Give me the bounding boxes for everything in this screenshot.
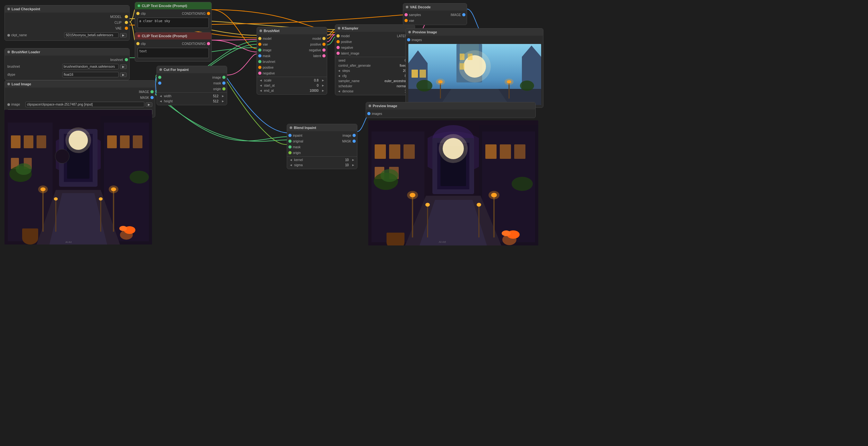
bn-model-in-port[interactable] <box>258 37 261 40</box>
ks-model-in-port[interactable] <box>337 34 340 37</box>
bn-positive-out-port[interactable] <box>322 43 326 46</box>
clip-encode-1-cond-port[interactable] <box>207 12 210 15</box>
node-cut-inpaint: Cut For Inpaint image mask <box>157 66 227 105</box>
clip-encode-2-header: CLIP Text Encode (Prompt) <box>135 32 211 39</box>
bn-image-in-port[interactable] <box>258 49 261 52</box>
ks-cfg-row: ◀ cfg 8 ▶ <box>335 73 415 78</box>
svg-point-92 <box>489 191 499 199</box>
bi-image-out-port[interactable] <box>352 134 356 137</box>
pb-images-in-port[interactable] <box>367 112 371 115</box>
vd-samples-in-label: samples <box>409 13 421 17</box>
bn-latent-out-port[interactable] <box>322 54 326 57</box>
scale-left-arrow[interactable]: ◀ <box>259 78 263 82</box>
bn-vae-in-port[interactable] <box>258 43 261 46</box>
ks-denoise-value: 1 <box>374 90 408 93</box>
svg-rect-76 <box>389 144 400 159</box>
width-value: 512 <box>191 94 220 98</box>
svg-point-22 <box>38 185 48 193</box>
ks-seed-label: seed <box>337 59 371 62</box>
bi-inpaint-in-port[interactable] <box>288 134 291 137</box>
bn-negative-in-port[interactable] <box>258 71 261 75</box>
bi-origin-in-port[interactable] <box>288 151 291 154</box>
dtype-field-input[interactable] <box>62 72 119 77</box>
vd-image-out-label: IMAGE <box>451 13 461 17</box>
scale-label: scale <box>264 79 290 82</box>
ci-mask-in-port[interactable] <box>158 82 161 85</box>
image-browse-btn[interactable]: ▶ <box>146 102 152 107</box>
svg-rect-75 <box>375 144 386 159</box>
width-right-arrow[interactable]: ▶ <box>221 94 225 98</box>
image-file-port[interactable] <box>7 103 10 106</box>
start-left-arrow[interactable]: ◀ <box>259 83 263 87</box>
bi-mask-out-port[interactable] <box>352 140 356 143</box>
bi-mask-in-port[interactable] <box>288 145 291 149</box>
kernel-left-arrow[interactable]: ◀ <box>289 158 293 162</box>
brushnet-field-input[interactable] <box>62 64 119 69</box>
bn-mask-in-label: mask <box>263 54 271 58</box>
clip-encode-2-cond-port[interactable] <box>207 42 210 45</box>
dtype-browse-btn[interactable]: ▶ <box>120 72 127 77</box>
ks-positive-in-port[interactable] <box>337 40 340 43</box>
sigma-right-arrow[interactable]: ▶ <box>351 163 355 167</box>
clip-encode-1-clip-port[interactable] <box>136 12 140 15</box>
ks-steps-left-arrow[interactable]: ◀ <box>337 69 341 72</box>
height-right-arrow[interactable]: ▶ <box>221 99 225 103</box>
fantasy-top-svg <box>408 44 541 105</box>
ks-negative-in-port[interactable] <box>337 46 340 49</box>
model-output-port[interactable] <box>125 15 128 18</box>
bn-positive-in-port[interactable] <box>258 66 261 69</box>
ks-denoise-left-arrow[interactable]: ◀ <box>337 89 341 93</box>
scale-right-arrow[interactable]: ▶ <box>321 78 325 82</box>
ckpt-browse-btn[interactable]: ▶ <box>120 33 127 37</box>
vd-vae-in-port[interactable] <box>404 19 408 22</box>
ks-latent-in-port[interactable] <box>337 52 340 55</box>
clip-encode-1-body: clip CONDITIONING a clear blue sky <box>135 9 211 31</box>
bn-mask-in-port[interactable] <box>258 54 261 57</box>
width-left-arrow[interactable]: ◀ <box>159 94 163 98</box>
bn-model-out-port[interactable] <box>322 37 326 40</box>
clip-encode-2-title: CLIP Text Encode (Prompt) <box>142 34 187 38</box>
ckpt-value-input[interactable] <box>64 32 119 38</box>
vae-output-label: VAE <box>114 27 124 30</box>
vae-output-port[interactable] <box>125 27 128 30</box>
ksampler-title: KSampler <box>342 26 358 30</box>
end-right-arrow[interactable]: ▶ <box>321 89 325 92</box>
ci-image-in-port[interactable] <box>158 76 161 79</box>
end-left-arrow[interactable]: ◀ <box>259 89 263 92</box>
node-brushnet-loader: BrushNet Loader brushnet brushnet ▶ dtyp… <box>4 48 130 80</box>
bn-negative-out-port[interactable] <box>322 49 326 52</box>
image-output-port[interactable] <box>150 90 154 93</box>
sigma-left-arrow[interactable]: ◀ <box>289 163 293 167</box>
height-left-arrow[interactable]: ◀ <box>159 99 163 103</box>
vd-samples-in-port[interactable] <box>404 13 408 17</box>
svg-rect-55 <box>411 70 418 78</box>
ks-sampler-row: sampler_name euler_ancestral ▶ <box>335 78 415 83</box>
bn-brushnet-in-port[interactable] <box>258 60 261 63</box>
image-path-input[interactable] <box>25 102 144 107</box>
mask-output-port[interactable] <box>150 96 154 99</box>
svg-point-32 <box>55 149 69 163</box>
ckpt-port[interactable] <box>7 34 10 37</box>
ci-image-out-port[interactable] <box>222 76 225 79</box>
svg-rect-54 <box>460 63 464 70</box>
svg-point-106 <box>512 177 533 191</box>
clip-encode-2-text[interactable]: text <box>137 48 209 58</box>
clip-encode-1-text[interactable]: a clear blue sky <box>137 18 209 28</box>
ci-mask-out-port[interactable] <box>222 82 225 85</box>
start-right-arrow[interactable]: ▶ <box>321 83 325 87</box>
pt-images-in-port[interactable] <box>407 38 410 41</box>
ks-cfg-left-arrow[interactable]: ◀ <box>337 74 341 78</box>
clip-encode-2-clip-port[interactable] <box>136 42 140 45</box>
brushnet-output-port[interactable] <box>125 58 128 61</box>
brushnet-browse-btn[interactable]: ▶ <box>120 64 127 69</box>
kernel-right-arrow[interactable]: ▶ <box>351 158 355 162</box>
clip-output-port[interactable] <box>125 21 128 24</box>
vd-image-out-port[interactable] <box>462 13 465 17</box>
node-clip-encode-2: CLIP Text Encode (Prompt) clip CONDITION… <box>135 32 212 62</box>
bi-original-in-port[interactable] <box>288 140 291 143</box>
ci-origin-out-port[interactable] <box>222 87 225 90</box>
ks-model-in-label: model <box>341 34 350 38</box>
node-preview-image-bottom: Preview Image images <box>366 102 536 118</box>
svg-rect-34 <box>22 229 38 238</box>
brushnet-field-row: brushnet ▶ <box>5 63 129 70</box>
